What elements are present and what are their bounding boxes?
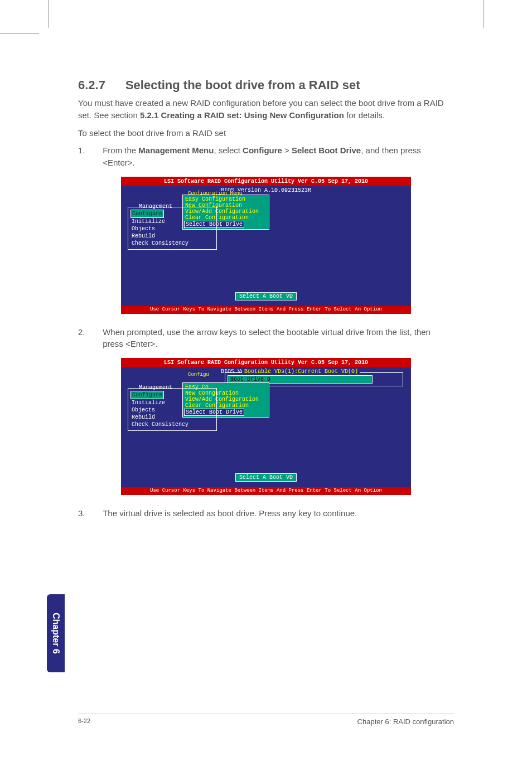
step-number: 3. — [78, 507, 100, 520]
section-title: Selecting the boot drive from a RAID set — [125, 78, 360, 92]
bios-screenshot-2: LSI Software RAID Configuration Utility … — [121, 358, 411, 495]
bootable-vds-title: Bootable VDs(1):Current Boot VD(0) — [242, 368, 360, 375]
page-number: 6-22 — [78, 717, 90, 724]
select-boot-vd-label: Select A Boot VD — [235, 292, 297, 300]
instruction-line: To select the boot drive from a RAID set — [78, 127, 454, 139]
step-number: 2. — [78, 326, 100, 338]
mgmt-item: Initialize — [130, 399, 214, 406]
management-menu: Configure Initialize Objects Rebuild Che… — [128, 207, 217, 250]
config-menu-label: Configu — [187, 372, 210, 378]
bios-footer: Use Cursor Keys To Navigate Between Item… — [121, 487, 411, 495]
bios-version: BIOS Version A.10.09231523R — [121, 186, 411, 195]
mgmt-item: Rebuild — [130, 414, 214, 421]
bios-title: LSI Software RAID Configuration Utility … — [121, 177, 411, 186]
mgmt-item: Check Consistency — [130, 421, 214, 428]
step-3: 3. The virtual drive is selected as boot… — [78, 507, 454, 520]
step-2: 2. When prompted, use the arrow keys to … — [78, 326, 454, 351]
mgmt-item: Check Consistency — [130, 240, 214, 247]
mgmt-item-selected: Configure — [130, 391, 164, 399]
mgmt-item: Initialize — [130, 218, 214, 225]
mgmt-item-selected: Configure — [130, 210, 164, 218]
page-footer: 6-22 Chapter 6: RAID configuration — [78, 714, 454, 726]
bios-title: LSI Software RAID Configuration Utility … — [121, 358, 411, 367]
intro-paragraph: You must have created a new RAID configu… — [78, 97, 454, 122]
bios-footer: Use Cursor Keys To Navigate Between Item… — [121, 306, 411, 314]
mgmt-item: Objects — [130, 225, 214, 232]
mgmt-item: Objects — [130, 406, 214, 414]
chapter-tab: Chapter 6 — [47, 594, 65, 672]
step-1: 1. From the Management Menu, select Conf… — [78, 144, 454, 169]
section-heading: 6.2.7Selecting the boot drive from a RAI… — [78, 78, 454, 93]
section-number: 6.2.7 — [78, 78, 105, 92]
chapter-label: Chapter 6: RAID configuration — [357, 717, 454, 726]
bios-screenshot-1: LSI Software RAID Configuration Utility … — [121, 177, 411, 314]
step-number: 1. — [78, 144, 100, 157]
config-item: Easy Configuration — [184, 196, 268, 202]
management-menu: Configure Initialize Objects Rebuild Che… — [128, 388, 217, 431]
mgmt-item: Rebuild — [130, 232, 214, 240]
select-boot-vd-label: Select A Boot VD — [235, 473, 297, 482]
